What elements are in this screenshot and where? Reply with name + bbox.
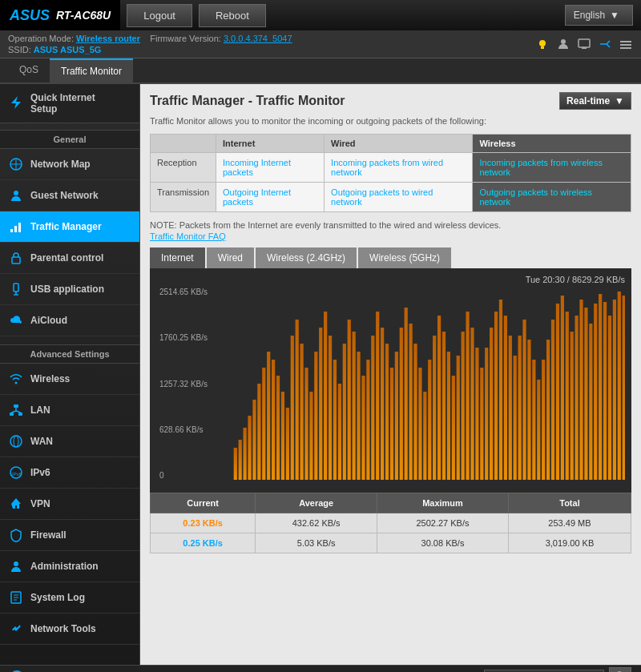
system-log-label: System Log [30,592,85,603]
y-axis-labels: 2514.65 KB/s 1760.25 KB/s 1257.32 KB/s 6… [156,288,228,480]
svg-rect-104 [556,304,559,480]
sidebar-item-network-map[interactable]: Network Map [0,149,139,180]
svg-point-28 [14,436,18,447]
quick-internet-setup[interactable]: Quick InternetSetup [0,84,139,123]
svg-rect-60 [348,320,351,480]
realtime-label: Real-time [566,95,610,107]
faq-link[interactable]: Traffic Monitor FAQ [150,231,631,241]
svg-rect-63 [361,376,365,480]
traffic-table: Internet Wired Wireless Reception Incomi… [150,134,631,212]
tab-wired[interactable]: Wired [207,247,254,268]
th-wireless: Wireless [473,135,631,153]
search-input[interactable] [484,670,604,673]
svg-rect-81 [447,352,450,480]
svg-rect-37 [239,440,242,480]
outgoing-wireless-link[interactable]: Outgoing packets to wireless network [479,187,592,207]
model-name: RT-AC68U [56,9,111,22]
svg-rect-59 [343,344,346,480]
svg-text:IPv6: IPv6 [12,472,22,477]
reception-wired[interactable]: Incoming packets from wired network [325,153,473,183]
language-selector[interactable]: English ▼ [565,5,633,26]
svg-rect-21 [14,404,18,408]
usb-icon [8,281,24,297]
svg-line-25 [12,411,17,412]
sidebar-item-firewall[interactable]: Firewall [0,520,139,551]
system-log-icon [8,590,24,606]
description-text: Traffic Monitor allows you to monitor th… [150,116,631,126]
sidebar-item-aicloud[interactable]: AiCloud [0,305,139,336]
th-wired: Wired [325,135,473,153]
svg-rect-68 [385,344,389,480]
table-row: Transmission Outgoing Internet packets O… [151,183,631,212]
maximum-upload: 30.08 KB/s [377,533,509,553]
admin-icon [8,558,24,574]
search-icon[interactable] [609,667,631,672]
logout-button[interactable]: Logout [127,4,192,27]
incoming-internet-link[interactable]: Incoming Internet packets [223,158,291,177]
traffic-manager-icon [8,219,24,235]
svg-rect-50 [300,344,303,480]
guest-network-icon [8,187,24,203]
note-text: NOTE: Packets from the Internet are even… [150,220,631,230]
tab-qos[interactable]: QoS [8,58,50,82]
svg-rect-48 [291,336,294,480]
stats-th-maximum: Maximum [377,493,509,513]
sidebar-item-usb-application[interactable]: USB application [0,274,139,305]
incoming-wireless-link[interactable]: Incoming packets from wireless network [479,158,602,177]
tab-wireless-24[interactable]: Wireless (2.4GHz) [256,247,357,268]
transmission-wired[interactable]: Outgoing packets to wired network [325,183,473,212]
sidebar-item-parental-control[interactable]: Parental control [0,243,139,274]
svg-rect-93 [504,316,507,480]
svg-rect-53 [314,352,317,480]
svg-rect-52 [309,392,312,480]
svg-rect-110 [584,308,587,480]
sidebar-item-network-tools[interactable]: Network Tools [0,614,139,645]
svg-rect-103 [551,320,554,480]
op-mode-value: Wireless router [76,34,140,43]
sidebar-item-traffic-manager[interactable]: Traffic Manager [0,211,139,243]
sidebar-item-vpn[interactable]: VPN [0,489,139,520]
outgoing-internet-link[interactable]: Outgoing Internet packets [223,187,291,207]
arrow-icon [598,37,612,51]
svg-rect-80 [442,332,445,480]
outgoing-wired-link[interactable]: Outgoing packets to wired network [331,187,433,207]
reception-wireless[interactable]: Incoming packets from wireless network [473,153,631,183]
chart-inner: 2514.65 KB/s 1760.25 KB/s 1257.32 KB/s 6… [156,288,625,480]
sidebar-item-lan[interactable]: LAN [0,395,139,426]
sidebar-item-system-log[interactable]: System Log [0,582,139,614]
sidebar-item-wireless[interactable]: Wireless [0,364,139,395]
chevron-down-icon: ▼ [610,10,619,21]
reception-internet[interactable]: Incoming Internet packets [216,153,325,183]
svg-rect-69 [390,368,393,480]
y-label-3: 1257.32 KB/s [159,380,225,388]
reboot-button[interactable]: Reboot [199,4,266,27]
average-upload: 5.03 KB/s [256,533,377,553]
stats-th-average: Average [256,493,377,513]
incoming-wired-link[interactable]: Incoming packets from wired network [331,158,443,177]
realtime-selector[interactable]: Real-time ▼ [559,92,631,110]
svg-rect-1 [541,46,544,49]
stats-row-upload: 0.25 KB/s 5.03 KB/s 30.08 KB/s 3,019.00 … [151,533,631,553]
svg-point-27 [10,436,22,447]
sidebar-item-guest-network[interactable]: Guest Network [0,180,139,211]
sidebar-item-administration[interactable]: Administration [0,551,139,582]
tab-traffic-monitor[interactable]: Traffic Monitor [50,58,133,82]
svg-rect-51 [304,368,308,480]
svg-rect-65 [371,336,374,480]
svg-rect-71 [400,328,403,480]
tab-wireless-5[interactable]: Wireless (5GHz) [358,247,451,268]
transmission-internet[interactable]: Outgoing Internet packets [216,183,325,212]
info-bar: Operation Mode: Wireless router Firmware… [0,30,641,58]
traffic-manager-label: Traffic Manager [30,221,102,232]
tab-internet[interactable]: Internet [150,247,205,268]
sidebar-item-ipv6[interactable]: IPv6 IPv6 [0,457,139,489]
svg-rect-77 [428,360,431,480]
sidebar-item-wan[interactable]: WAN [0,426,139,457]
parental-control-icon [8,250,24,266]
svg-rect-109 [579,300,583,480]
transmission-wireless[interactable]: Outgoing packets to wireless network [473,183,631,212]
current-download: 0.23 KB/s [151,513,256,533]
svg-rect-84 [462,332,465,480]
svg-rect-78 [433,336,436,480]
guest-network-label: Guest Network [30,190,99,201]
